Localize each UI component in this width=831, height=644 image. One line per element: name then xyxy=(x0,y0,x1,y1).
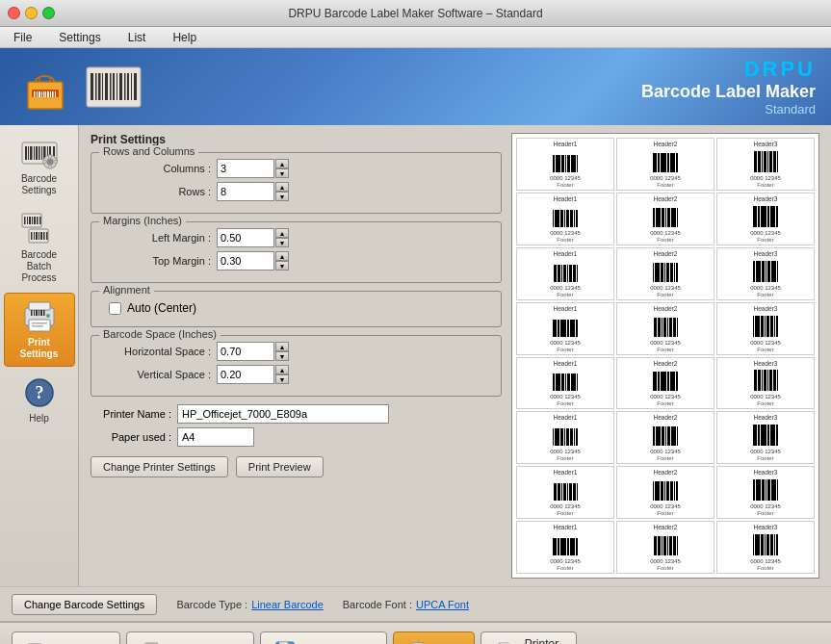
barcode-cell: Header3 0000 12345 Footer xyxy=(716,193,815,245)
main-area: BarcodeSettings xyxy=(0,125,831,586)
barcode-cell: Header3 0000 12345 Footer xyxy=(716,138,815,191)
v-space-spinner-buttons: ▲ ▼ xyxy=(275,365,289,384)
paper-input[interactable] xyxy=(177,427,254,447)
menu-list[interactable]: List xyxy=(122,29,152,46)
sidebar-item-barcode-settings[interactable]: BarcodeSettings xyxy=(4,129,75,203)
header-logo: DRPU Barcode Label Maker Standard xyxy=(641,57,816,116)
change-barcode-settings-button[interactable]: Change Barcode Settings xyxy=(12,594,157,615)
barcode-cell: Header1 0000 12345 Footer xyxy=(516,247,614,300)
barcode-cell: Header2 0000 12345 Footer xyxy=(616,302,714,355)
barcode-font-value[interactable]: UPCA Font xyxy=(416,599,469,610)
svg-rect-6 xyxy=(39,91,40,97)
maximize-button[interactable] xyxy=(42,7,55,19)
sidebar-label-barcode-settings: BarcodeSettings xyxy=(21,173,57,196)
columns-row: Columns : ▲ ▼ xyxy=(101,159,491,178)
save-barcode-icon xyxy=(274,640,296,644)
printer-section: Printer Name : Paper used : xyxy=(91,404,502,447)
v-space-spinner[interactable]: ▲ ▼ xyxy=(217,365,289,384)
sidebar-item-help[interactable]: ? Help xyxy=(4,369,75,431)
svg-rect-73 xyxy=(43,310,45,316)
minimize-button[interactable] xyxy=(25,7,38,19)
barcode-header-icon xyxy=(85,58,143,116)
bottom-toolbar: Import List Copy Barcode Save Barcode xyxy=(0,621,831,644)
h-space-down[interactable]: ▼ xyxy=(275,351,289,361)
barcode-cell: Header3 0000 12345 Footer xyxy=(716,411,815,464)
printer-name-input[interactable] xyxy=(177,404,389,424)
columns-down[interactable]: ▼ xyxy=(275,168,289,178)
svg-rect-13 xyxy=(55,91,56,97)
paper-label: Paper used : xyxy=(91,431,177,443)
menu-settings[interactable]: Settings xyxy=(53,29,106,46)
svg-rect-35 xyxy=(41,146,42,160)
rows-label: Rows : xyxy=(101,186,217,197)
h-space-row: Horizontal Space : ▲ ▼ xyxy=(101,342,491,361)
paper-row: Paper used : xyxy=(91,427,502,447)
printer-name-row: Printer Name : xyxy=(91,404,502,424)
left-margin-label: Left Margin : xyxy=(101,232,217,244)
auto-center-checkbox[interactable] xyxy=(109,302,121,315)
help-icon: ? xyxy=(20,375,59,410)
columns-input[interactable] xyxy=(217,159,274,178)
barcode-settings-icon xyxy=(20,136,59,170)
auto-center-label: Auto (Center) xyxy=(127,301,196,315)
svg-rect-25 xyxy=(127,73,129,100)
h-space-up[interactable]: ▲ xyxy=(275,342,289,351)
margins-title: Margins (Inches) xyxy=(99,215,186,226)
v-space-up[interactable]: ▲ xyxy=(275,365,289,374)
svg-rect-60 xyxy=(43,232,45,240)
batch-process-icon xyxy=(20,212,59,246)
svg-rect-68 xyxy=(31,310,33,316)
rows-spinner-buttons: ▲ ▼ xyxy=(275,182,289,201)
top-margin-spinner[interactable]: ▲ ▼ xyxy=(217,251,289,270)
svg-rect-72 xyxy=(40,310,42,316)
rows-up[interactable]: ▲ xyxy=(275,182,289,192)
left-margin-input[interactable] xyxy=(217,228,274,247)
sidebar-item-batch-process[interactable]: BarcodeBatchProcess xyxy=(4,205,75,291)
sidebar-item-print-settings[interactable]: PrintSettings xyxy=(4,293,75,367)
import-list-button[interactable]: Import List xyxy=(12,631,120,644)
menu-file[interactable]: File xyxy=(8,29,38,46)
left-margin-spinner[interactable]: ▲ ▼ xyxy=(217,228,289,247)
top-margin-input[interactable] xyxy=(217,251,274,270)
top-margin-down[interactable]: ▼ xyxy=(275,261,289,270)
top-margin-up[interactable]: ▲ xyxy=(275,251,289,261)
svg-rect-59 xyxy=(40,232,42,240)
title-bar: DRPU Barcode Label Maker Software – Stan… xyxy=(0,0,831,27)
barcode-cell: Header2 0000 12345 Footer xyxy=(616,247,714,300)
svg-rect-53 xyxy=(39,217,41,224)
copy-barcode-button[interactable]: Copy Barcode xyxy=(126,631,254,644)
auto-center-row: Auto (Center) xyxy=(101,297,491,319)
svg-rect-26 xyxy=(131,73,132,100)
rows-down[interactable]: ▼ xyxy=(275,192,289,201)
barcode-cell: Header2 0000 12345 Footer xyxy=(616,466,714,519)
print-preview-button[interactable]: Print Preview xyxy=(236,456,324,477)
barcode-cell: Header1 0000 12345 Footer xyxy=(516,193,614,245)
printer-settings-button[interactable]: Printer Settings xyxy=(480,631,577,644)
barcode-type-value[interactable]: Linear Barcode xyxy=(251,599,324,610)
v-space-row: Vertical Space : ▲ ▼ xyxy=(101,365,491,384)
h-space-input[interactable] xyxy=(217,342,274,361)
h-space-spinner[interactable]: ▲ ▼ xyxy=(217,342,289,361)
svg-rect-20 xyxy=(110,73,112,100)
columns-spinner[interactable]: ▲ ▼ xyxy=(217,159,289,178)
close-button[interactable] xyxy=(8,7,20,19)
import-list-icon xyxy=(26,640,47,644)
save-barcode-button[interactable]: Save Barcode xyxy=(260,631,387,644)
left-margin-up[interactable]: ▲ xyxy=(275,228,289,238)
columns-up[interactable]: ▲ xyxy=(275,159,289,168)
left-margin-down[interactable]: ▼ xyxy=(275,238,289,247)
v-space-input[interactable] xyxy=(217,365,274,384)
change-printer-button[interactable]: Change Printer Settings xyxy=(91,456,228,477)
rows-spinner[interactable]: ▲ ▼ xyxy=(217,182,289,201)
sidebar-label-batch-process: BarcodeBatchProcess xyxy=(21,249,57,284)
v-space-down[interactable]: ▼ xyxy=(275,374,289,384)
barcode-font-pair: Barcode Font : UPCA Font xyxy=(343,599,469,610)
window-controls[interactable] xyxy=(8,7,55,19)
section-title: Print Settings xyxy=(91,133,502,146)
v-space-label: Vertical Space : xyxy=(101,369,217,380)
rows-input[interactable] xyxy=(217,182,274,201)
print-button[interactable]: Print xyxy=(393,631,474,644)
barcode-info: Barcode Type : Linear Barcode Barcode Fo… xyxy=(176,599,469,610)
svg-rect-32 xyxy=(34,146,35,160)
menu-help[interactable]: Help xyxy=(167,29,202,46)
